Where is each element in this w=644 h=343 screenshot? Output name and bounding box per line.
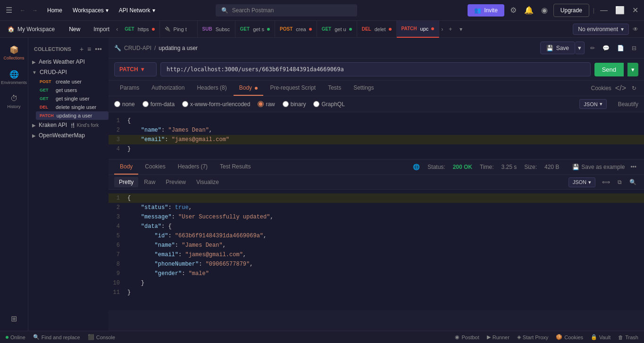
save-example-button[interactable]: 💾 Save as example: [572, 164, 625, 170]
res-tab-cookies[interactable]: Cookies: [139, 159, 171, 175]
workspaces-nav[interactable]: Workspaces ▾: [69, 5, 112, 16]
comment-icon[interactable]: 💬: [601, 43, 611, 53]
save-dropdown-button[interactable]: ▾: [575, 42, 585, 54]
start-proxy-button[interactable]: ◈ Start Proxy: [517, 334, 548, 340]
res-tab-test-results[interactable]: Test Results: [214, 159, 256, 175]
collection-kraken[interactable]: ▶ Kraken API 🍴 Kind's fork: [28, 120, 109, 130]
search-bar[interactable]: 🔍 Search Postman: [216, 4, 357, 17]
send-dropdown-button[interactable]: ▾: [627, 63, 638, 76]
sidebar-item-history[interactable]: ⏱ History: [2, 91, 26, 113]
tab-post-create[interactable]: POST crea: [275, 21, 317, 38]
add-tab-button[interactable]: +: [445, 24, 456, 34]
tab-body[interactable]: Body: [234, 81, 264, 96]
tabs-scroll-right[interactable]: ›: [439, 24, 445, 34]
sidebar-item-extra[interactable]: ⊞: [2, 310, 26, 327]
tab-gets[interactable]: GET get s: [235, 21, 275, 38]
sidebar-item-collections[interactable]: 📦 Collections: [2, 42, 26, 64]
more-options-icon[interactable]: •••: [628, 162, 638, 172]
save-button[interactable]: 💾 Save: [540, 42, 575, 54]
tabs-dropdown-button[interactable]: ▾: [456, 24, 466, 34]
settings-icon[interactable]: ⚙: [508, 4, 519, 17]
hamburger-icon[interactable]: ☰: [4, 4, 14, 17]
find-replace-button[interactable]: 🔍 Find and replace: [33, 334, 80, 340]
beautify-button[interactable]: Beautify: [618, 101, 638, 108]
minimize-icon[interactable]: —: [598, 4, 610, 17]
radio-raw[interactable]: [258, 101, 264, 107]
invite-button[interactable]: 👥 Invite: [468, 4, 504, 17]
view-tab-visualize[interactable]: Visualize: [192, 177, 224, 187]
cookies-link[interactable]: Cookies: [591, 85, 611, 92]
right-panel-icon[interactable]: ⊟: [630, 43, 638, 53]
new-button[interactable]: New: [64, 24, 85, 34]
request-create-user[interactable]: POST create user: [36, 77, 109, 86]
option-raw[interactable]: raw: [258, 101, 275, 108]
trash-button[interactable]: 🗑 Trash: [618, 335, 638, 340]
runner-button[interactable]: ▶ Runner: [487, 334, 510, 340]
method-selector[interactable]: PATCH ▾: [114, 62, 157, 76]
option-none[interactable]: none: [114, 101, 135, 108]
vault-button[interactable]: 🔒 Vault: [591, 334, 611, 340]
request-get-users[interactable]: GET get users: [36, 86, 109, 94]
postbot-button[interactable]: ◉ Postbot: [455, 334, 479, 340]
bell-icon[interactable]: 🔔: [522, 4, 535, 17]
add-collection-button[interactable]: +: [79, 44, 84, 54]
response-body-editor[interactable]: 1 { 2 "status": true, 3 "message": "User…: [109, 190, 644, 310]
tab-patch-active[interactable]: PATCH upc: [397, 21, 440, 38]
radio-graphql[interactable]: [313, 101, 319, 107]
radio-urlencoded[interactable]: [182, 101, 188, 107]
collection-aeris[interactable]: ▶ Aeris Weather API: [28, 57, 109, 67]
option-binary[interactable]: binary: [283, 101, 306, 108]
tab-pre-request[interactable]: Pre-request Script: [264, 81, 321, 96]
tab-ping[interactable]: 🔌 Ping t: [160, 21, 198, 38]
send-button[interactable]: Send: [594, 63, 624, 76]
radio-none[interactable]: [114, 101, 120, 107]
view-tab-pretty[interactable]: Pretty: [114, 177, 138, 187]
res-tab-body[interactable]: Body: [114, 159, 138, 175]
refresh-icon[interactable]: ↻: [630, 83, 638, 93]
avatar-icon[interactable]: ◉: [539, 4, 550, 17]
collection-openweather[interactable]: ▶ OpenWeatherMap: [28, 130, 109, 141]
env-eye-icon[interactable]: 👁: [631, 24, 640, 34]
home-nav[interactable]: Home: [43, 5, 66, 16]
option-form-data[interactable]: form-data: [142, 101, 175, 108]
radio-form-data[interactable]: [142, 101, 149, 107]
request-body-editor[interactable]: 1 { 2 "name": "James Dean", 3 "email": "…: [109, 112, 644, 159]
forward-arrow[interactable]: →: [29, 5, 41, 16]
tab-get-users[interactable]: GET get u: [317, 21, 357, 38]
api-network-nav[interactable]: API Network ▾: [115, 5, 159, 16]
breadcrumb-api-link[interactable]: CRUD-API: [124, 45, 151, 51]
back-arrow[interactable]: ←: [17, 5, 28, 16]
option-urlencoded[interactable]: x-www-form-urlencoded: [182, 101, 250, 108]
option-graphql[interactable]: GraphQL: [313, 101, 344, 108]
search-response-icon[interactable]: 🔍: [627, 177, 638, 187]
view-tab-preview[interactable]: Preview: [161, 177, 191, 187]
tab-tests[interactable]: Tests: [322, 81, 347, 96]
tabs-scroll-left[interactable]: ‹: [114, 24, 120, 34]
tab-params[interactable]: Params: [114, 81, 145, 96]
tab-settings[interactable]: Settings: [348, 81, 379, 96]
tab-get-https[interactable]: GET https: [120, 21, 159, 38]
copy-icon[interactable]: ⧉: [616, 177, 624, 187]
word-wrap-icon[interactable]: ⟺: [600, 177, 612, 187]
tab-subsc[interactable]: SUB Subsc: [198, 21, 235, 38]
close-icon[interactable]: ✕: [630, 4, 640, 17]
view-tab-raw[interactable]: Raw: [139, 177, 160, 187]
request-updating-user[interactable]: PATCH updating a user: [36, 111, 109, 120]
maximize-icon[interactable]: ⬜: [613, 4, 627, 17]
environment-dropdown[interactable]: No environment ▾: [573, 24, 629, 35]
res-tab-headers[interactable]: Headers (7): [172, 159, 213, 175]
response-format-selector[interactable]: JSON ▾: [569, 177, 595, 187]
document-icon[interactable]: 📄: [615, 43, 626, 53]
sidebar-item-environments[interactable]: 🌐 Environments: [2, 66, 26, 89]
import-button[interactable]: Import: [89, 24, 114, 34]
request-get-single-user[interactable]: GET get single user: [36, 94, 109, 103]
online-status[interactable]: Online: [6, 335, 25, 340]
tab-authorization[interactable]: Authorization: [146, 81, 190, 96]
sort-collections-button[interactable]: ≡: [86, 44, 92, 54]
request-delete-user[interactable]: DEL delete single user: [36, 103, 109, 111]
tab-del[interactable]: DEL delet: [357, 21, 397, 38]
more-collections-button[interactable]: •••: [94, 44, 103, 54]
edit-icon[interactable]: ✏: [588, 43, 597, 53]
console-button[interactable]: ⬛ Console: [88, 334, 115, 340]
upgrade-button[interactable]: Upgrade: [553, 4, 589, 17]
